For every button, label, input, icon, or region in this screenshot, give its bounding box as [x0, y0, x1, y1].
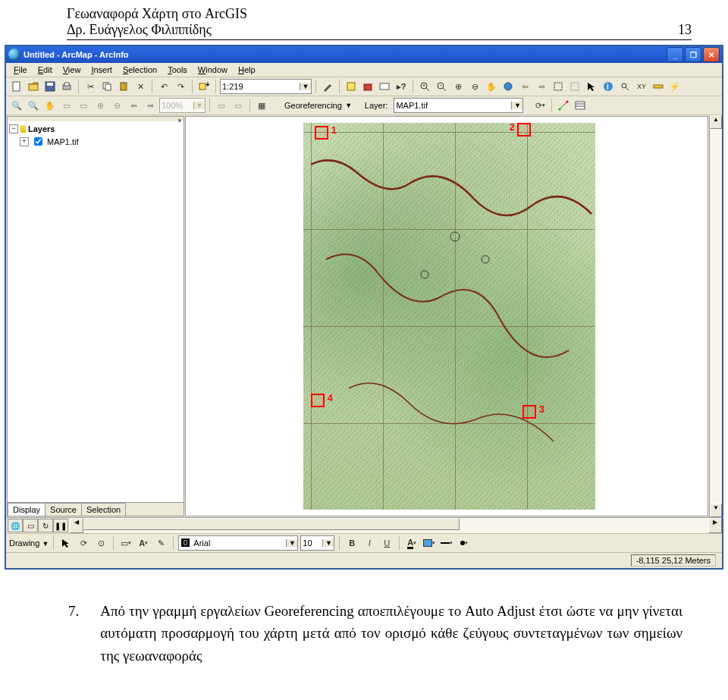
layer-visibility-checkbox[interactable]	[34, 137, 42, 146]
layout-pan-button[interactable]: ✋	[42, 98, 58, 113]
italic-button[interactable]: I	[362, 535, 377, 551]
font-color-button[interactable]: A▾	[404, 535, 419, 551]
open-button[interactable]	[26, 79, 41, 94]
line-color-button[interactable]: ▾	[439, 535, 454, 551]
menu-help[interactable]: Help	[234, 64, 260, 75]
georef-layer-input[interactable]	[394, 100, 511, 111]
georef-layer-combo[interactable]: ▼	[394, 98, 523, 113]
chevron-down-icon[interactable]: ▼	[344, 102, 354, 109]
view-link-table-button[interactable]	[573, 98, 588, 113]
pause-drawing-button[interactable]: ❚❚	[53, 519, 68, 532]
menu-view[interactable]: View	[58, 64, 86, 75]
expand-icon[interactable]: +	[20, 137, 29, 146]
scale-combo[interactable]: ▼	[220, 79, 312, 94]
toc-tab-source[interactable]: Source	[45, 503, 82, 516]
refresh-view-button[interactable]: ↻	[38, 519, 53, 532]
select-features-button[interactable]	[551, 79, 566, 94]
fixed-zoom-out-button[interactable]: ⊖	[467, 79, 482, 94]
scroll-right-icon[interactable]: ▶	[708, 518, 722, 533]
cut-button[interactable]: ✂	[83, 79, 98, 94]
undo-button[interactable]: ↶	[156, 79, 171, 94]
pan-button[interactable]: ✋	[484, 79, 499, 94]
command-line-button[interactable]	[377, 79, 392, 94]
layout-prev-button[interactable]: ⬅	[126, 98, 141, 113]
titlebar[interactable]: Untitled - ArcMap - ArcInfo _ ❐ ✕	[6, 46, 722, 63]
chevron-down-icon[interactable]: ▼	[511, 102, 522, 109]
new-text-button[interactable]: A▾	[136, 535, 151, 551]
layout-whole-page-button[interactable]: ▭	[59, 98, 74, 113]
maximize-button[interactable]: ❐	[685, 47, 701, 62]
scroll-up-icon[interactable]: ▲	[710, 115, 722, 129]
font-size-input[interactable]	[301, 538, 322, 548]
layout-100-button[interactable]: ▭	[76, 98, 91, 113]
hyperlink-button[interactable]: ⚡	[667, 79, 682, 94]
fill-color-button[interactable]: ▾	[422, 535, 437, 551]
bold-button[interactable]: B	[344, 535, 359, 551]
layout-fixed-in-button[interactable]: ⊕	[93, 98, 108, 113]
menu-edit[interactable]: Edit	[33, 64, 57, 75]
chevron-down-icon[interactable]: ▼	[42, 540, 49, 548]
toc-tab-display[interactable]: Display	[8, 503, 46, 516]
select-elements-button[interactable]	[584, 79, 599, 94]
new-rectangle-button[interactable]: ▭▾	[118, 535, 133, 551]
chevron-down-icon[interactable]: ▼	[322, 539, 334, 547]
arccatalog-button[interactable]	[344, 79, 359, 94]
paste-button[interactable]	[116, 79, 131, 94]
redo-button[interactable]: ↷	[173, 79, 188, 94]
print-button[interactable]	[59, 79, 74, 94]
chevron-down-icon[interactable]: ▼	[286, 539, 297, 547]
identify-button[interactable]: i	[601, 79, 616, 94]
layout-zoom-in-button[interactable]: 🔍	[9, 98, 24, 113]
menu-insert[interactable]: Insert	[86, 64, 117, 75]
rotate-button[interactable]: ⟳▾	[532, 98, 548, 113]
data-frame-tools-button[interactable]: ▦	[254, 98, 269, 113]
layout-zoom-out-button[interactable]: 🔍	[26, 98, 41, 113]
edit-vertices-button[interactable]: ✎	[153, 535, 168, 551]
menu-window[interactable]: Window	[193, 64, 232, 75]
clear-selection-button[interactable]	[567, 79, 582, 94]
rotate-element-button[interactable]: ⟳	[76, 535, 91, 551]
measure-button[interactable]	[651, 79, 666, 94]
underline-button[interactable]: U	[379, 535, 394, 551]
focus-frame-button[interactable]: ▭	[231, 98, 246, 113]
menu-file[interactable]: File	[9, 64, 32, 75]
prev-extent-button[interactable]: ⬅	[517, 79, 532, 94]
font-size-combo[interactable]: ▼	[300, 535, 334, 551]
new-doc-button[interactable]	[9, 79, 24, 94]
toggle-draft-button[interactable]: ▭	[214, 98, 229, 113]
minimize-button[interactable]: _	[667, 47, 683, 62]
collapse-icon[interactable]: −	[9, 124, 18, 133]
layout-next-button[interactable]: ➡	[143, 98, 158, 113]
editor-toolbar-button[interactable]	[320, 79, 335, 94]
drawing-menu[interactable]: Drawing ▼	[9, 538, 49, 548]
horizontal-scrollbar[interactable]: ◀ ▶	[70, 518, 722, 533]
full-extent-button[interactable]	[500, 79, 516, 94]
data-view-button[interactable]: 🌐	[8, 519, 23, 532]
arctoolbox-button[interactable]	[360, 79, 375, 94]
chevron-down-icon[interactable]: ▼	[300, 83, 311, 90]
scroll-left-icon[interactable]: ◀	[70, 518, 83, 533]
save-button[interactable]	[42, 79, 58, 94]
menu-selection[interactable]: Selection	[118, 64, 162, 75]
add-data-button[interactable]: +	[196, 79, 212, 94]
layout-fixed-out-button[interactable]: ⊖	[109, 98, 124, 113]
zoom-in-button[interactable]: +	[417, 79, 432, 94]
zoom-out-button[interactable]: −	[434, 79, 449, 94]
delete-button[interactable]: ✕	[133, 79, 148, 94]
add-control-points-button[interactable]	[556, 98, 571, 113]
toc-root[interactable]: − Layers	[9, 124, 182, 133]
font-input[interactable]	[192, 538, 286, 548]
fixed-zoom-in-button[interactable]: ⊕	[450, 79, 466, 94]
goto-xy-button[interactable]: XY	[634, 79, 649, 94]
menu-tools[interactable]: Tools	[163, 64, 192, 75]
layout-view-button[interactable]: ▭	[23, 519, 38, 532]
scroll-down-icon[interactable]: ▼	[710, 504, 722, 517]
zoom-to-elements-button[interactable]: ⊙	[93, 535, 108, 551]
find-button[interactable]	[617, 79, 632, 94]
layout-zoom-combo[interactable]: ▼	[159, 98, 206, 113]
scale-input[interactable]	[221, 81, 300, 92]
select-elements-button[interactable]	[58, 535, 74, 551]
toc-tab-selection[interactable]: Selection	[81, 503, 126, 516]
vertical-scrollbar[interactable]: ▲ ▼	[709, 115, 722, 517]
toc-layer-item[interactable]: + MAP1.tif	[9, 135, 182, 148]
